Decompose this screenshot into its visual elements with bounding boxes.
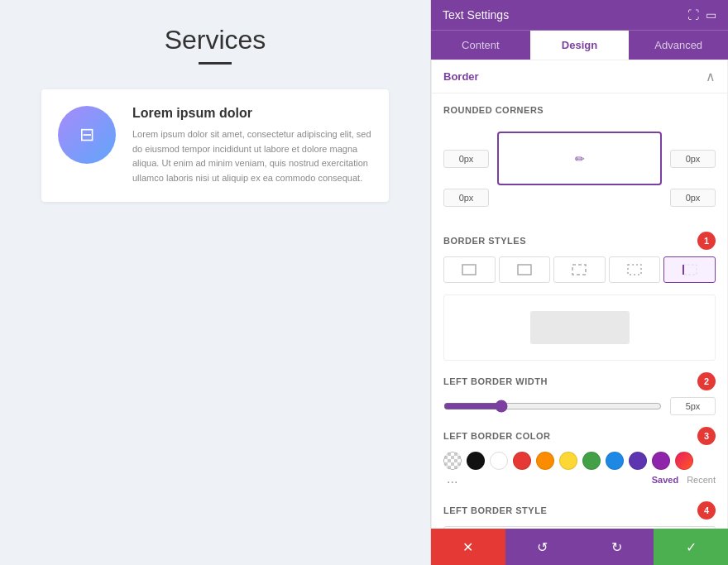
tab-design[interactable]: Design (530, 31, 630, 60)
service-card: ⊟ Lorem ipsum dolor Lorem ipsum dolor si… (41, 89, 389, 202)
step-badge-4: 4 (697, 501, 716, 520)
color-swatch-transparent[interactable] (443, 452, 462, 470)
border-style-none[interactable] (443, 256, 496, 283)
no-border-icon (462, 264, 477, 275)
redo-button[interactable]: ↻ (580, 529, 654, 565)
card-icon: ⊟ (79, 124, 94, 146)
dotted-border-icon (627, 264, 642, 275)
color-swatch-white[interactable] (490, 452, 508, 470)
left-border-icon (682, 264, 697, 275)
svg-rect-3 (628, 265, 641, 275)
color-swatch-orange[interactable] (536, 452, 554, 470)
recent-colors-tab[interactable]: Recent (687, 475, 716, 490)
tab-content[interactable]: Content (431, 31, 530, 60)
corner-bl-input[interactable] (443, 189, 489, 207)
rounded-corners-control: ✏ (443, 123, 716, 218)
color-swatch-blue[interactable] (606, 452, 624, 470)
color-section: ··· Saved Recent (443, 452, 716, 490)
header-icons: ⛶ ▭ (687, 8, 716, 22)
svg-rect-0 (462, 265, 476, 275)
title-underline (199, 62, 232, 65)
more-colors-button[interactable]: ··· (447, 475, 457, 490)
border-style-dashed[interactable] (553, 256, 606, 283)
border-style-options (443, 256, 716, 283)
border-width-slider[interactable] (443, 400, 662, 413)
color-swatch-black[interactable] (467, 452, 485, 470)
color-swatch-green[interactable] (582, 452, 601, 470)
border-preview-inner (530, 311, 630, 344)
corner-br-input[interactable] (670, 189, 716, 207)
rounded-corners-label: Rounded Corners (443, 105, 716, 115)
layout-icon[interactable]: ▭ (706, 8, 716, 22)
border-width-input[interactable] (670, 397, 716, 415)
panel-body: Border ∧ Rounded Corners ✏ (431, 60, 728, 529)
saved-colors-tab[interactable]: Saved (652, 475, 678, 490)
avatar: ⊟ (58, 106, 116, 164)
left-border-color-label: Left Border Color (443, 431, 551, 441)
corners-bottom-row (443, 189, 716, 207)
tabs-bar: Content Design Advanced (431, 30, 728, 60)
step-badge-1: 1 (697, 232, 716, 250)
border-preview-area (443, 294, 716, 361)
corner-preview: ✏ (497, 132, 662, 185)
border-section-header[interactable]: Border ∧ (432, 60, 727, 93)
expand-icon[interactable]: ⛶ (687, 8, 699, 22)
corner-tl-input[interactable] (443, 150, 489, 168)
step-badge-3: 3 (697, 427, 716, 445)
corners-top-row: ✏ (443, 132, 716, 185)
page-title: Services (165, 25, 266, 55)
solid-border-icon (517, 264, 532, 275)
bottom-bar: ✕ ↺ ↻ ✓ (431, 529, 728, 565)
color-swatches-row (443, 452, 716, 470)
right-panel: Text Settings ⛶ ▭ Content Design Advance… (430, 0, 728, 565)
width-row (443, 397, 716, 415)
border-style-solid[interactable] (499, 256, 551, 283)
card-body: Lorem ipsum dolor sit amet, consectetur … (132, 127, 372, 185)
color-swatch-indigo[interactable] (629, 452, 647, 470)
card-heading: Lorem ipsum dolor (132, 106, 372, 121)
corner-tr-input[interactable] (670, 150, 716, 168)
border-section-title: Border (443, 70, 479, 83)
left-panel: Services ⊟ Lorem ipsum dolor Lorem ipsum… (0, 0, 430, 565)
svg-rect-1 (518, 265, 531, 275)
color-swatch-yellow[interactable] (559, 452, 577, 470)
svg-rect-4 (683, 265, 697, 275)
svg-rect-2 (572, 265, 586, 275)
left-border-width-label: Left Border Width (443, 376, 548, 386)
color-swatch-red[interactable] (513, 452, 531, 470)
color-swatch-purple[interactable] (652, 452, 670, 470)
left-border-style-label: Left Border Style (443, 505, 547, 515)
step-badge-2: 2 (697, 372, 716, 390)
border-style-dotted[interactable] (609, 256, 661, 283)
section-collapse-icon[interactable]: ∧ (706, 69, 716, 84)
border-section-content: Rounded Corners ✏ (432, 93, 727, 529)
card-content: Lorem ipsum dolor Lorem ipsum dolor sit … (132, 106, 372, 185)
settings-title: Text Settings (443, 8, 509, 22)
border-style-left[interactable] (663, 256, 716, 283)
save-button[interactable]: ✓ (654, 529, 728, 565)
color-swatch-gradient[interactable] (675, 452, 693, 470)
tab-advanced[interactable]: Advanced (629, 31, 728, 60)
reset-button[interactable]: ↺ (505, 529, 580, 565)
color-tabs-row: ··· Saved Recent (443, 475, 716, 490)
edit-icon: ✏ (575, 152, 585, 165)
settings-header: Text Settings ⛶ ▭ (431, 0, 728, 30)
border-styles-label: Border Styles (443, 236, 526, 246)
dashed-border-icon (572, 264, 587, 275)
border-section: Border ∧ Rounded Corners ✏ (431, 60, 728, 529)
cancel-button[interactable]: ✕ (431, 529, 505, 565)
